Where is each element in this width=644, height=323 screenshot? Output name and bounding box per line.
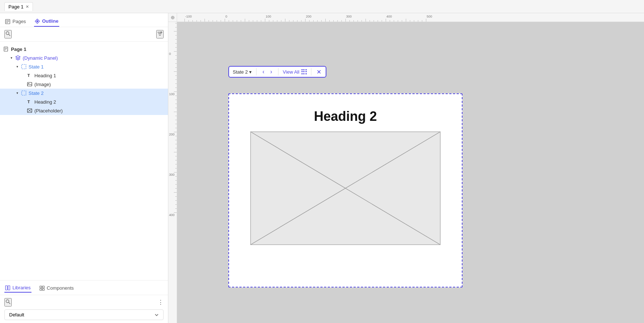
collapse-arrow-dynamic: ▾ — [9, 55, 14, 60]
state-toolbar: State 2 ▾ ‹ › View All — [228, 66, 326, 78]
ruler-v-canvas: -1000100200300400 — [168, 22, 177, 323]
state-icon-2 — [20, 90, 27, 96]
svg-rect-16 — [27, 82, 32, 86]
state-toolbar-close-btn[interactable]: ✕ — [316, 68, 322, 75]
components-icon — [40, 286, 45, 291]
outline-tab-label: Outline — [42, 18, 59, 24]
image-icon — [26, 81, 33, 88]
search-button[interactable] — [4, 30, 12, 38]
svg-point-29 — [6, 300, 9, 303]
tree-heading2[interactable]: T Heading 2 — [0, 97, 168, 106]
dynamic-panel-label: (Dynamic Panel) — [23, 55, 58, 61]
text-icon-2: T — [26, 99, 33, 105]
tree-placeholder[interactable]: (Placeholder) — [0, 106, 168, 115]
tree-heading1[interactable]: T Heading 1 — [0, 71, 168, 80]
bottom-library-dropdown[interactable]: Default — [4, 309, 164, 320]
pages-tab-label: Pages — [12, 19, 26, 24]
tree-page1[interactable]: Page 1 — [0, 45, 168, 53]
chevron-down-icon — [154, 313, 159, 317]
placeholder-svg — [251, 132, 440, 245]
main-layout: Pages Outline — [0, 13, 644, 323]
bottom-search-button[interactable] — [4, 298, 12, 307]
tree-state1[interactable]: ▾ State 1 — [0, 62, 168, 71]
page1-label: Page 1 — [11, 47, 26, 52]
tab-close-btn[interactable]: ✕ — [26, 4, 29, 9]
state-selector[interactable]: State 2 ▾ — [233, 69, 252, 75]
canvas-with-ruler: -1000100200300400 State 2 ▾ ‹ › — [168, 22, 644, 323]
sidebar-tree: Page 1 ▾ (Dynamic Panel) ▾ — [0, 42, 168, 280]
svg-rect-25 — [40, 286, 42, 288]
svg-rect-24 — [8, 286, 10, 290]
svg-line-30 — [9, 302, 11, 304]
svg-marker-13 — [16, 56, 20, 58]
ruler-h-track: -1000100200300400500 — [177, 13, 644, 22]
components-tab[interactable]: Components — [39, 284, 75, 292]
pages-icon — [5, 19, 10, 24]
top-bar: Page 1 ✕ — [0, 0, 644, 13]
state1-label: State 1 — [29, 64, 44, 70]
tree-state2[interactable]: ▾ State 2 — [0, 89, 168, 97]
svg-rect-18 — [22, 91, 26, 95]
prev-icon: ‹ — [262, 68, 264, 75]
outline-icon — [35, 19, 40, 24]
state-next-btn[interactable]: › — [269, 68, 274, 75]
sidebar: Pages Outline — [0, 13, 168, 323]
next-icon: › — [270, 68, 272, 75]
bottom-search-row: ⋮ — [0, 295, 168, 309]
outline-tab[interactable]: Outline — [34, 16, 59, 27]
page-icon — [3, 46, 10, 52]
state-icon-1 — [20, 63, 27, 70]
sidebar-tabs: Pages Outline — [0, 13, 168, 27]
libraries-icon — [5, 285, 10, 290]
libraries-label: Libraries — [12, 285, 31, 290]
collapse-arrow-state1: ▾ — [15, 64, 20, 69]
dynamic-panel-canvas[interactable]: Heading 2 — [228, 93, 463, 287]
svg-rect-23 — [5, 286, 7, 290]
filter-button[interactable] — [156, 30, 164, 38]
grid-icon — [302, 69, 307, 74]
bottom-tabs: Libraries Components — [0, 283, 168, 295]
view-all-btn[interactable]: View All — [283, 69, 307, 75]
state-prev-btn[interactable]: ‹ — [261, 68, 266, 75]
page-tab[interactable]: Page 1 ✕ — [4, 2, 33, 11]
placeholder-canvas — [250, 131, 441, 245]
sidebar-bottom: Libraries Components — [0, 280, 168, 323]
svg-line-7 — [9, 34, 11, 36]
libraries-tab[interactable]: Libraries — [4, 283, 31, 293]
pages-tab[interactable]: Pages — [4, 16, 27, 26]
close-icon: ✕ — [317, 69, 321, 75]
ruler-top: -1000100200300400500 — [168, 13, 644, 22]
svg-marker-5 — [36, 20, 38, 22]
layers-icon — [15, 55, 21, 61]
toolbar-divider-3 — [311, 68, 311, 75]
placeholder-label: (Placeholder) — [34, 108, 63, 114]
svg-point-6 — [6, 32, 9, 35]
bottom-search-icon — [5, 299, 11, 305]
svg-rect-28 — [42, 289, 44, 290]
svg-rect-27 — [40, 289, 42, 290]
page-tab-label: Page 1 — [8, 4, 23, 10]
collapse-arrow-state2: ▾ — [15, 90, 20, 96]
view-all-label: View All — [283, 69, 299, 75]
heading2-label: Heading 2 — [34, 99, 56, 105]
state-current-label: State 2 — [233, 69, 248, 75]
placeholder-icon — [26, 107, 33, 114]
state-dropdown-arrow[interactable]: ▾ — [249, 69, 252, 75]
image-label: (Image) — [34, 82, 51, 87]
heading1-label: Heading 1 — [34, 73, 56, 78]
canvas-viewport[interactable]: State 2 ▾ ‹ › View All — [177, 22, 644, 323]
tree-image[interactable]: (Image) — [0, 80, 168, 89]
filter-icon — [157, 31, 163, 37]
svg-rect-9 — [4, 47, 8, 51]
svg-rect-14 — [22, 64, 26, 69]
bottom-more-button[interactable]: ⋮ — [158, 299, 164, 306]
toolbar-divider-2 — [278, 68, 278, 75]
canvas-area: -1000100200300400500 -1000100200300400 S… — [168, 13, 644, 323]
tree-dynamic-panel[interactable]: ▾ (Dynamic Panel) — [0, 53, 168, 62]
bottom-library-label: Default — [9, 312, 24, 318]
svg-text:T: T — [27, 73, 30, 78]
components-label: Components — [47, 285, 74, 291]
svg-text:T: T — [27, 100, 30, 104]
ruler-h-canvas: -1000100200300400500 — [177, 13, 644, 22]
sidebar-search-row — [0, 27, 168, 42]
